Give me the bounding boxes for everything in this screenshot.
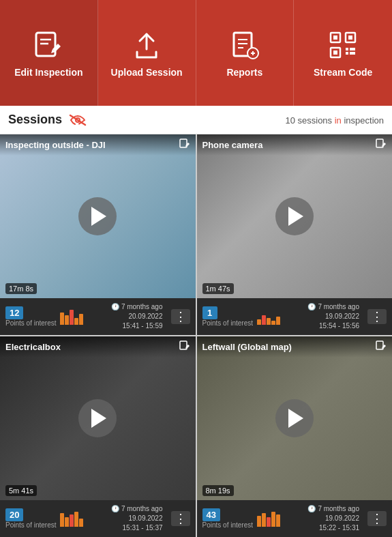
poi-badge: 20: [5, 508, 23, 521]
card-edit-button[interactable]: [179, 139, 190, 151]
poi-left-group: 12Points of interest: [5, 306, 56, 327]
time-ago-text: 7 months ago: [121, 504, 163, 514]
time-ago: 🕐 7 months ago: [111, 504, 163, 514]
date-text: 19.09.2022: [111, 514, 163, 523]
sessions-header: Sessions 10 sessions in inspection: [0, 106, 392, 134]
sessions-grid: Inspecting outside - DJI 17m 8s12Points …: [0, 134, 392, 537]
chart-bar: [65, 517, 69, 527]
chart-bar: [60, 513, 64, 527]
card-title-bar: Leftwall (Global map): [197, 336, 393, 358]
duration-badge: 17m 8s: [5, 283, 37, 294]
chart-bar: [276, 317, 280, 325]
session-card-s4[interactable]: Leftwall (Global map) 8m 19s43Points of …: [197, 336, 393, 537]
card-footer: 12Points of interest 🕐 7 months ago 20.0…: [0, 298, 196, 335]
poi-label: Points of interest: [202, 319, 253, 327]
svg-rect-15: [333, 50, 337, 55]
chart-bar: [65, 315, 69, 325]
time-range-text: 15:41 - 15:59: [111, 321, 163, 331]
poi-chart: [60, 308, 83, 325]
play-button[interactable]: [78, 197, 117, 235]
chart-bar: [257, 319, 261, 325]
reports-button[interactable]: Reports: [196, 0, 295, 106]
duration-badge: 1m 47s: [202, 283, 234, 294]
time-ago: 🕐 7 months ago: [307, 504, 359, 514]
poi-left-group: 20Points of interest: [5, 508, 56, 529]
card-menu-button[interactable]: ⋮: [367, 309, 387, 324]
upload-icon: [130, 29, 163, 61]
play-triangle-icon: [91, 409, 106, 428]
footer-info: 🕐 7 months ago 19.09.2022 15:22 - 15:31: [307, 504, 359, 533]
card-edit-button[interactable]: [179, 340, 190, 353]
poi-left-group: 1Points of interest: [202, 306, 253, 327]
play-button[interactable]: [78, 399, 117, 437]
session-card-s1[interactable]: Inspecting outside - DJI 17m 8s12Points …: [0, 134, 196, 335]
session-card-s2[interactable]: Phone camera 1m 47s1Points of interest 🕐…: [197, 134, 393, 335]
session-card-s3[interactable]: Electricalbox 5m 41s20Points of interest…: [0, 336, 196, 537]
svg-rect-17: [350, 48, 352, 50]
chart-bar: [271, 512, 275, 527]
poi-label: Points of interest: [5, 521, 56, 529]
chart-bar: [257, 516, 261, 527]
qr-icon: [327, 29, 359, 61]
stream-code-label: Stream Code: [314, 67, 372, 78]
upload-session-button[interactable]: Upload Session: [98, 0, 196, 106]
poi-chart: [257, 308, 280, 325]
chart-bar: [70, 514, 74, 527]
card-menu-button[interactable]: ⋮: [171, 309, 190, 324]
svg-rect-20: [352, 48, 355, 50]
card-edit-button[interactable]: [376, 139, 387, 151]
time-ago: 🕐 7 months ago: [111, 302, 163, 312]
card-title: Leftwall (Global map): [202, 342, 292, 352]
edit-inspection-label: Edit Inspection: [14, 67, 82, 78]
chart-bar: [60, 313, 64, 325]
chart-bar: [74, 512, 78, 527]
time-ago-text: 7 months ago: [318, 302, 359, 312]
chart-bar: [271, 321, 275, 325]
card-thumbnail: 5m 41s: [0, 336, 196, 500]
footer-info: 🕐 7 months ago 20.09.2022 15:41 - 15:59: [111, 302, 163, 331]
card-footer: 20Points of interest 🕐 7 months ago 19.0…: [0, 500, 196, 537]
card-thumbnail: 8m 19s: [197, 336, 393, 500]
card-title-bar: Inspecting outside - DJI: [0, 134, 196, 156]
poi-badge: 12: [5, 306, 23, 319]
play-triangle-icon: [288, 409, 303, 428]
svg-rect-11: [333, 35, 337, 40]
chart-bar: [79, 314, 83, 325]
card-title: Inspecting outside - DJI: [5, 140, 106, 150]
play-button[interactable]: [275, 197, 314, 235]
poi-badge: 43: [202, 508, 220, 521]
svg-rect-16: [346, 48, 348, 50]
svg-rect-18: [346, 52, 348, 55]
reports-icon: [228, 29, 261, 61]
upload-session-label: Upload Session: [111, 67, 183, 78]
poi-label: Points of interest: [5, 319, 56, 327]
poi-chart: [60, 510, 83, 527]
chart-bar: [70, 310, 74, 325]
card-thumbnail: 17m 8s: [0, 134, 196, 298]
chart-bar: [262, 513, 266, 527]
eye-slash-icon[interactable]: [69, 114, 87, 126]
play-triangle-icon: [91, 207, 106, 226]
card-title: Phone camera: [202, 140, 263, 150]
card-title: Electricalbox: [5, 342, 61, 352]
play-button[interactable]: [275, 399, 314, 437]
card-menu-button[interactable]: ⋮: [171, 511, 190, 526]
stream-code-button[interactable]: Stream Code: [294, 0, 392, 106]
poi-chart: [257, 510, 280, 527]
card-menu-button[interactable]: ⋮: [367, 511, 387, 526]
chart-bar: [267, 318, 271, 325]
footer-info: 🕐 7 months ago 19.09.2022 15:31 - 15:37: [111, 504, 163, 533]
chart-bar: [267, 517, 271, 527]
chart-bar: [262, 315, 266, 325]
time-range-text: 15:22 - 15:31: [307, 523, 359, 533]
date-text: 20.09.2022: [111, 312, 163, 321]
edit-inspection-button[interactable]: Edit Inspection: [0, 0, 98, 106]
svg-rect-19: [350, 52, 355, 55]
card-title-bar: Electricalbox: [0, 336, 196, 358]
card-edit-button[interactable]: [376, 340, 387, 353]
toolbar: Edit Inspection Upload Session Reports: [0, 0, 392, 106]
date-text: 19.09.2022: [307, 514, 359, 523]
date-text: 19.09.2022: [307, 312, 359, 321]
clock-icon: 🕐: [307, 302, 316, 312]
footer-info: 🕐 7 months ago 19.09.2022 15:54 - 15:56: [307, 302, 359, 331]
